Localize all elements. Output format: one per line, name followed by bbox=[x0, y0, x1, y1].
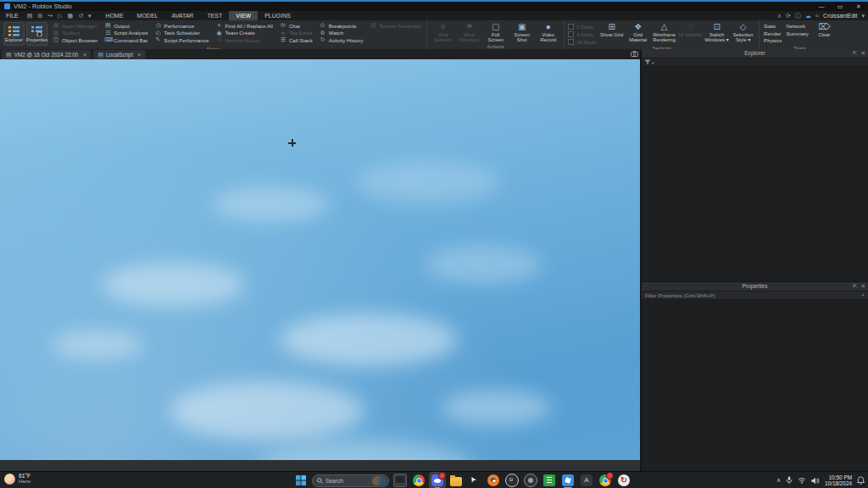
weather-widget[interactable]: 61°F Haze bbox=[4, 473, 31, 485]
taskbar-app-browser-profile[interactable] bbox=[597, 472, 614, 488]
ribbon-item-switch-windows[interactable]: ⊡Switch Windows ▾ bbox=[704, 22, 729, 43]
notifications-bell-icon[interactable] bbox=[857, 476, 865, 485]
ribbon-item-script-analysis[interactable]: ☲Script Analysis bbox=[102, 30, 150, 37]
logged-in-user[interactable]: CroissantEdit bbox=[823, 13, 857, 19]
ribbon-tab-view[interactable]: VIEW bbox=[229, 11, 258, 20]
taskbar-app-monitor-app[interactable] bbox=[392, 472, 409, 488]
taskbar-app-a-letter-app[interactable] bbox=[578, 472, 595, 488]
sync-icon[interactable]: ⟳ bbox=[786, 11, 791, 20]
find-all-replace-all-icon: ⌖ bbox=[216, 22, 223, 29]
stats-item-physics[interactable]: Physics bbox=[764, 37, 782, 45]
place-icon: ▤ bbox=[6, 51, 12, 59]
share-icon[interactable]: < bbox=[815, 11, 819, 20]
cloud-save-icon[interactable]: ☁ bbox=[805, 11, 811, 20]
ribbon-item-output[interactable]: ▤Output bbox=[102, 22, 150, 30]
ribbon-item-chat[interactable]: ✉Chat bbox=[277, 22, 315, 30]
ribbon-item-find-all-replace-all[interactable]: ⌖Find All / Replace All bbox=[214, 22, 275, 30]
document-tab-localscript[interactable]: ▤LocalScript✕ bbox=[93, 50, 145, 59]
bigbutton-properties[interactable]: Properties bbox=[26, 22, 47, 46]
explorer-close-icon[interactable]: ✕ bbox=[861, 49, 865, 58]
taskbar-app-clock-app[interactable] bbox=[615, 472, 632, 488]
user-dropdown-icon[interactable]: ▾ bbox=[861, 11, 865, 20]
ribbon-item-show-grid[interactable]: ⊞Show Grid bbox=[599, 22, 624, 37]
taskbar-clock[interactable]: 10:50 PM 10/18/2024 bbox=[825, 474, 852, 487]
wifi-icon[interactable] bbox=[798, 477, 806, 484]
ribbon-tab-avatar[interactable]: AVATAR bbox=[164, 11, 200, 20]
collapse-ribbon-icon[interactable]: ∧ bbox=[777, 11, 782, 20]
volume-icon[interactable] bbox=[811, 477, 820, 485]
maximize-button[interactable]: ▭ bbox=[831, 2, 849, 11]
properties-filter-input[interactable]: Filter Properties (Ctrl+Shift+P) + bbox=[642, 291, 868, 300]
ribbon-tab-plugins[interactable]: PLUGINS bbox=[258, 11, 298, 20]
hidden-icons-chevron-icon[interactable]: ∧ bbox=[776, 477, 781, 484]
stats-item-summary[interactable]: Summary bbox=[786, 30, 808, 38]
camera-icon[interactable] bbox=[631, 51, 638, 57]
tab-close-icon[interactable]: ✕ bbox=[82, 52, 86, 58]
play-icon[interactable]: ▷ bbox=[55, 11, 64, 20]
ribbon-item-selection-style[interactable]: ◇Selection Style ▾ bbox=[731, 22, 755, 43]
taskbar-app-cursor-app[interactable] bbox=[466, 472, 483, 488]
ribbon-item-wireframe-rendering[interactable]: △Wireframe Rendering bbox=[652, 22, 676, 43]
taskbar-search[interactable]: Search bbox=[312, 474, 389, 487]
new-doc-icon[interactable]: ▤ bbox=[25, 11, 36, 20]
microphone-icon[interactable] bbox=[786, 476, 793, 485]
minimize-button[interactable]: — bbox=[812, 2, 831, 11]
ribbon-item-performance[interactable]: ◷Performance bbox=[153, 22, 212, 30]
ribbon-tab-model[interactable]: MODEL bbox=[131, 11, 165, 20]
stats-item-network[interactable]: Network bbox=[786, 23, 808, 30]
properties-expand-icon[interactable]: + bbox=[861, 292, 865, 298]
file-menu-button[interactable]: FILE bbox=[0, 11, 25, 20]
start-button[interactable] bbox=[292, 472, 309, 488]
taskbar-app-blender[interactable] bbox=[485, 472, 502, 488]
taskbar-app-green-notes-app[interactable] bbox=[541, 472, 558, 488]
grid-icon[interactable]: ▦ bbox=[65, 11, 76, 20]
taskbar-app-file-explorer[interactable] bbox=[448, 472, 465, 488]
close-button[interactable]: ✕ bbox=[849, 2, 868, 11]
ribbon-item-grid-material[interactable]: ❖Grid Material bbox=[626, 22, 650, 43]
ribbon-item-label: Activity History bbox=[329, 37, 364, 43]
ribbon-item-object-browser[interactable]: ◫Object Browser bbox=[50, 36, 100, 44]
ribbon-item-full-screen[interactable]: ▢Full Screen bbox=[483, 22, 508, 43]
tab-close-icon[interactable]: ✕ bbox=[137, 52, 142, 58]
ribbon-item-activity-history[interactable]: ↻Activity History bbox=[317, 36, 366, 44]
ribbon-item-screen-shot[interactable]: ▣Screen Shot bbox=[509, 22, 534, 43]
ribbon-item-watch[interactable]: ⊚Watch bbox=[317, 30, 366, 37]
ribbon-item-call-stack[interactable]: ☰Call Stack bbox=[277, 36, 315, 44]
call-stack-icon: ☰ bbox=[280, 36, 287, 43]
ribbon-tab-home[interactable]: HOME bbox=[99, 11, 131, 20]
document-tab-vm2-16-oct-2024-22-00[interactable]: ▤VM2 @ 16 Oct 2024 22:00✕ bbox=[2, 50, 91, 59]
ribbon-item-script-performance[interactable]: ✎Script Performance bbox=[153, 36, 212, 44]
taskbar-app-chrome[interactable] bbox=[410, 472, 427, 488]
blender-icon bbox=[487, 474, 499, 486]
ribbon-item-label: Texture Generator bbox=[379, 23, 421, 29]
ribbon-item-task-scheduler[interactable]: ◴Task Scheduler bbox=[153, 30, 212, 37]
properties-close-icon[interactable]: ✕ bbox=[861, 282, 865, 291]
ribbon-item-command-bar[interactable]: ⌨Command Bar bbox=[102, 36, 150, 44]
properties-popout-icon[interactable]: ⇱ bbox=[853, 282, 857, 291]
taskbar-app-orb-app[interactable] bbox=[522, 472, 539, 488]
redo-icon[interactable]: ↪ bbox=[45, 11, 55, 20]
ribbon-item-video-record[interactable]: ●Video Record bbox=[536, 22, 560, 43]
taskbar-app-unity[interactable] bbox=[504, 472, 520, 488]
ribbon-tab-test[interactable]: TEST bbox=[200, 11, 229, 20]
ribbon-item-team-create[interactable]: ◉Team Create bbox=[214, 30, 275, 37]
explorer-header: Explorer ⇱ ✕ bbox=[642, 49, 868, 58]
taskbar-app-roblox-studio[interactable] bbox=[559, 472, 576, 488]
explorer-filter-bar[interactable]: ▾ bbox=[642, 58, 868, 67]
explorer-tree[interactable] bbox=[642, 67, 868, 282]
publish-icon[interactable]: ⊞ bbox=[35, 11, 45, 20]
view-selector-icon: ✳ bbox=[440, 22, 447, 31]
bigbutton-explorer[interactable]: Explorer bbox=[3, 22, 25, 46]
explorer-popout-icon[interactable]: ⇱ bbox=[853, 49, 857, 58]
ribbon-item-breakpoints[interactable]: ⊙Breakpoints bbox=[317, 22, 366, 30]
ribbon-item-clear[interactable]: ⌦Clear bbox=[812, 22, 837, 37]
undo-icon[interactable]: ↺ bbox=[75, 11, 86, 20]
search-highlight-image[interactable] bbox=[372, 476, 387, 485]
stats-item-render[interactable]: Render bbox=[764, 30, 782, 38]
stats-item-stats[interactable]: Stats bbox=[764, 23, 782, 30]
customize-dropdown-icon[interactable]: ▾ bbox=[86, 11, 94, 20]
info-icon[interactable]: ⓘ bbox=[795, 11, 801, 20]
script-analysis-icon: ☲ bbox=[104, 30, 111, 36]
taskbar-app-discord[interactable] bbox=[429, 472, 446, 488]
viewport-3d[interactable] bbox=[0, 59, 641, 460]
